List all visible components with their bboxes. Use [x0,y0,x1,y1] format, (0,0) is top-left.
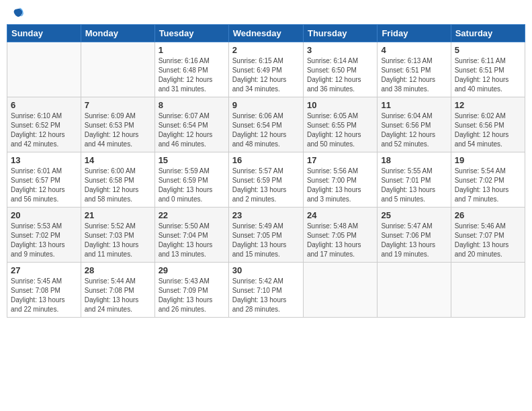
calendar-cell [451,263,525,318]
weekday-header-tuesday: Tuesday [154,25,228,42]
calendar-cell: 10Sunrise: 6:05 AM Sunset: 6:55 PM Dayli… [303,97,377,152]
day-number: 4 [381,45,447,55]
day-detail: Sunrise: 5:55 AM Sunset: 7:01 PM Dayligh… [381,167,447,204]
calendar-cell: 22Sunrise: 5:50 AM Sunset: 7:04 PM Dayli… [154,208,228,263]
day-detail: Sunrise: 5:47 AM Sunset: 7:06 PM Dayligh… [381,222,447,259]
calendar-cell: 28Sunrise: 5:44 AM Sunset: 7:08 PM Dayli… [81,263,154,318]
day-detail: Sunrise: 6:00 AM Sunset: 6:58 PM Dayligh… [85,167,151,204]
day-detail: Sunrise: 5:53 AM Sunset: 7:02 PM Dayligh… [11,222,77,259]
calendar-cell: 4Sunrise: 6:13 AM Sunset: 6:51 PM Daylig… [378,42,451,97]
day-detail: Sunrise: 6:02 AM Sunset: 6:56 PM Dayligh… [455,111,521,149]
day-number: 23 [232,210,300,220]
day-detail: Sunrise: 5:43 AM Sunset: 7:09 PM Dayligh… [159,277,225,314]
calendar-week-5: 27Sunrise: 5:45 AM Sunset: 7:08 PM Dayli… [7,263,525,318]
calendar-cell: 16Sunrise: 5:57 AM Sunset: 6:59 PM Dayli… [228,152,303,208]
day-detail: Sunrise: 5:56 AM Sunset: 7:00 PM Dayligh… [307,167,373,204]
weekday-header-row: SundayMondayTuesdayWednesdayThursdayFrid… [7,25,525,42]
day-detail: Sunrise: 5:49 AM Sunset: 7:05 PM Dayligh… [232,222,300,259]
calendar-cell: 30Sunrise: 5:42 AM Sunset: 7:10 PM Dayli… [228,263,303,318]
weekday-header-thursday: Thursday [303,25,377,42]
day-detail: Sunrise: 5:45 AM Sunset: 7:08 PM Dayligh… [11,277,77,314]
day-number: 17 [307,155,373,165]
day-number: 25 [381,210,447,220]
calendar-cell: 5Sunrise: 6:11 AM Sunset: 6:51 PM Daylig… [451,42,525,97]
weekday-header-monday: Monday [81,25,154,42]
calendar-table: SundayMondayTuesdayWednesdayThursdayFrid… [7,24,525,318]
day-number: 1 [159,45,225,55]
calendar-cell: 9Sunrise: 6:06 AM Sunset: 6:54 PM Daylig… [228,97,303,152]
day-number: 14 [85,155,151,165]
day-number: 11 [381,100,447,110]
calendar-cell: 17Sunrise: 5:56 AM Sunset: 7:00 PM Dayli… [303,152,377,208]
day-detail: Sunrise: 6:14 AM Sunset: 6:50 PM Dayligh… [307,56,373,94]
day-detail: Sunrise: 5:50 AM Sunset: 7:04 PM Dayligh… [159,222,225,259]
calendar-cell [81,42,154,97]
day-detail: Sunrise: 5:44 AM Sunset: 7:08 PM Dayligh… [85,277,151,314]
day-number: 19 [455,155,521,165]
calendar-cell: 7Sunrise: 6:09 AM Sunset: 6:53 PM Daylig… [81,97,154,152]
day-number: 13 [11,155,77,165]
day-number: 2 [232,45,300,55]
day-number: 22 [159,210,225,220]
day-detail: Sunrise: 6:09 AM Sunset: 6:53 PM Dayligh… [85,111,151,149]
calendar-cell: 21Sunrise: 5:52 AM Sunset: 7:03 PM Dayli… [81,208,154,263]
calendar-cell: 12Sunrise: 6:02 AM Sunset: 6:56 PM Dayli… [451,97,525,152]
calendar-cell: 14Sunrise: 6:00 AM Sunset: 6:58 PM Dayli… [81,152,154,208]
day-detail: Sunrise: 5:59 AM Sunset: 6:59 PM Dayligh… [159,167,225,204]
calendar-cell: 15Sunrise: 5:59 AM Sunset: 6:59 PM Dayli… [154,152,228,208]
day-number: 18 [381,155,447,165]
day-detail: Sunrise: 5:48 AM Sunset: 7:05 PM Dayligh… [307,222,373,259]
logo [9,7,26,20]
day-detail: Sunrise: 5:42 AM Sunset: 7:10 PM Dayligh… [232,277,300,314]
day-number: 26 [455,210,521,220]
calendar-cell: 24Sunrise: 5:48 AM Sunset: 7:05 PM Dayli… [303,208,377,263]
day-detail: Sunrise: 6:15 AM Sunset: 6:49 PM Dayligh… [232,56,300,94]
day-detail: Sunrise: 6:11 AM Sunset: 6:51 PM Dayligh… [455,56,521,94]
day-detail: Sunrise: 6:13 AM Sunset: 6:51 PM Dayligh… [381,56,447,94]
calendar-cell: 19Sunrise: 5:54 AM Sunset: 7:02 PM Dayli… [451,152,525,208]
calendar-cell: 18Sunrise: 5:55 AM Sunset: 7:01 PM Dayli… [378,152,451,208]
calendar-cell: 23Sunrise: 5:49 AM Sunset: 7:05 PM Dayli… [228,208,303,263]
calendar-cell: 26Sunrise: 5:46 AM Sunset: 7:07 PM Dayli… [451,208,525,263]
calendar-cell: 8Sunrise: 6:07 AM Sunset: 6:54 PM Daylig… [154,97,228,152]
calendar-cell: 1Sunrise: 6:16 AM Sunset: 6:48 PM Daylig… [154,42,228,97]
calendar-cell: 3Sunrise: 6:14 AM Sunset: 6:50 PM Daylig… [303,42,377,97]
calendar-cell: 20Sunrise: 5:53 AM Sunset: 7:02 PM Dayli… [7,208,81,263]
calendar-cell: 27Sunrise: 5:45 AM Sunset: 7:08 PM Dayli… [7,263,81,318]
calendar-week-3: 13Sunrise: 6:01 AM Sunset: 6:57 PM Dayli… [7,152,525,208]
calendar-week-1: 1Sunrise: 6:16 AM Sunset: 6:48 PM Daylig… [7,42,525,97]
day-detail: Sunrise: 5:54 AM Sunset: 7:02 PM Dayligh… [455,167,521,204]
day-number: 30 [232,265,300,275]
page-header [7,7,525,20]
weekday-header-sunday: Sunday [7,25,81,42]
calendar-cell: 25Sunrise: 5:47 AM Sunset: 7:06 PM Dayli… [378,208,451,263]
day-detail: Sunrise: 6:10 AM Sunset: 6:52 PM Dayligh… [11,111,77,149]
day-detail: Sunrise: 5:46 AM Sunset: 7:07 PM Dayligh… [455,222,521,259]
day-number: 29 [159,265,225,275]
day-number: 24 [307,210,373,220]
day-number: 6 [11,100,77,110]
day-number: 9 [232,100,300,110]
calendar-cell: 11Sunrise: 6:04 AM Sunset: 6:56 PM Dayli… [378,97,451,152]
day-detail: Sunrise: 6:06 AM Sunset: 6:54 PM Dayligh… [232,111,300,149]
day-number: 28 [85,265,151,275]
day-number: 16 [232,155,300,165]
day-number: 21 [85,210,151,220]
weekday-header-wednesday: Wednesday [228,25,303,42]
day-number: 20 [11,210,77,220]
day-number: 27 [11,265,77,275]
calendar-week-4: 20Sunrise: 5:53 AM Sunset: 7:02 PM Dayli… [7,208,525,263]
calendar-week-2: 6Sunrise: 6:10 AM Sunset: 6:52 PM Daylig… [7,97,525,152]
day-detail: Sunrise: 5:57 AM Sunset: 6:59 PM Dayligh… [232,167,300,204]
calendar-cell: 13Sunrise: 6:01 AM Sunset: 6:57 PM Dayli… [7,152,81,208]
day-number: 3 [307,45,373,55]
day-detail: Sunrise: 6:04 AM Sunset: 6:56 PM Dayligh… [381,111,447,149]
weekday-header-friday: Friday [378,25,451,42]
day-number: 8 [159,100,225,110]
calendar-cell [378,263,451,318]
day-number: 7 [85,100,151,110]
day-detail: Sunrise: 6:01 AM Sunset: 6:57 PM Dayligh… [11,167,77,204]
weekday-header-saturday: Saturday [451,25,525,42]
day-number: 15 [159,155,225,165]
calendar-cell [7,42,81,97]
